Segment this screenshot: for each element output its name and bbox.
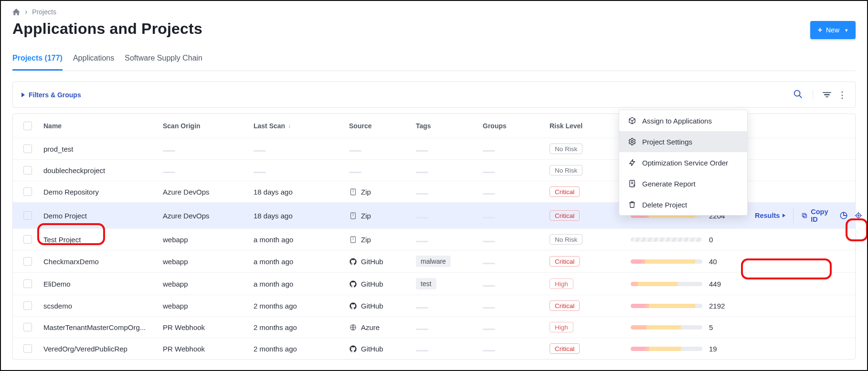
row-checkbox[interactable] bbox=[23, 344, 32, 353]
table-row[interactable]: MasterTenantMasterCompOrg...PR Webhook2 … bbox=[13, 316, 855, 338]
svg-rect-10 bbox=[804, 215, 807, 218]
vuln-cell: 2192 bbox=[627, 302, 751, 310]
new-button[interactable]: + New ▾ bbox=[810, 21, 856, 39]
name-cell[interactable]: VeredOrg/VeredPublicRep bbox=[40, 345, 159, 353]
menu-opt[interactable]: Optimization Service Order bbox=[619, 152, 747, 173]
breadcrumb: › Projects bbox=[12, 8, 856, 16]
row-checkbox[interactable] bbox=[23, 235, 32, 244]
origin-cell bbox=[159, 145, 250, 153]
name-cell[interactable]: Demo Project bbox=[40, 212, 159, 220]
table-row[interactable]: VeredOrg/VeredPublicRepPR Webhook2 month… bbox=[13, 338, 855, 359]
col-last-scan[interactable]: Last Scan ↓ bbox=[250, 122, 345, 130]
chevron-right-icon bbox=[783, 214, 785, 217]
col-name[interactable]: Name bbox=[40, 122, 159, 130]
risk-cell: Critical bbox=[546, 186, 627, 197]
source-cell: Zip bbox=[349, 188, 408, 196]
risk-cell: Critical bbox=[546, 300, 627, 311]
lastscan-cell: 2 months ago bbox=[250, 302, 345, 310]
search-icon[interactable] bbox=[793, 89, 803, 101]
name-cell[interactable]: MasterTenantMasterCompOrg... bbox=[40, 323, 159, 331]
lastscan-cell: 18 days ago bbox=[250, 212, 345, 220]
svg-line-1 bbox=[799, 95, 802, 98]
toolbar: ⋮ bbox=[793, 89, 847, 101]
row-checkbox[interactable] bbox=[23, 301, 32, 310]
tab-applications[interactable]: Applications bbox=[73, 49, 114, 71]
origin-cell: PR Webhook bbox=[159, 345, 250, 353]
svg-point-13 bbox=[858, 215, 859, 216]
col-risk[interactable]: Risk Level bbox=[546, 122, 627, 130]
breadcrumb-label[interactable]: Projects bbox=[32, 8, 56, 16]
name-cell[interactable]: scsdemo bbox=[40, 302, 159, 310]
tags-cell: malware bbox=[412, 256, 479, 267]
risk-cell: No Risk bbox=[546, 165, 627, 175]
table-row[interactable]: scsdemowebapp2 months agoGitHubCritical2… bbox=[13, 295, 855, 316]
col-origin[interactable]: Scan Origin bbox=[159, 122, 250, 130]
menu-settings[interactable]: Project Settings bbox=[619, 131, 747, 152]
name-cell[interactable]: Demo Repository bbox=[40, 188, 159, 196]
tags-cell bbox=[412, 302, 479, 310]
col-source[interactable]: Source bbox=[345, 122, 412, 130]
more-icon[interactable]: ⋮ bbox=[838, 90, 847, 100]
row-checkbox[interactable] bbox=[23, 323, 32, 331]
svg-point-19 bbox=[631, 141, 634, 143]
name-cell[interactable]: CheckmarxDemo bbox=[40, 258, 159, 266]
groups-cell bbox=[479, 345, 546, 353]
row-checkbox[interactable] bbox=[23, 187, 32, 196]
new-button-label: New bbox=[826, 26, 839, 34]
tabs: Projects (177) Applications Software Sup… bbox=[12, 49, 856, 71]
vuln-cell: 5 bbox=[627, 323, 751, 331]
row-checkbox[interactable] bbox=[23, 144, 32, 153]
menu-assign[interactable]: Assign to Applications bbox=[619, 110, 747, 131]
results-link[interactable]: Results bbox=[755, 212, 785, 219]
col-tags[interactable]: Tags bbox=[412, 122, 479, 130]
origin-cell: Azure DevOps bbox=[159, 188, 250, 196]
table-row[interactable]: Test Projectwebappa month agoZipNo Risk0 bbox=[13, 228, 855, 250]
copy-id-button[interactable]: Copy ID bbox=[793, 208, 833, 223]
menu-delete[interactable]: Delete Project bbox=[619, 194, 747, 215]
groups-cell bbox=[479, 145, 546, 153]
vuln-cell: 19 bbox=[627, 345, 751, 353]
menu-report[interactable]: Generate Report bbox=[619, 173, 747, 194]
table-row[interactable]: EliDemowebappa month agoGitHubtestHigh44… bbox=[13, 272, 855, 295]
row-checkbox[interactable] bbox=[23, 166, 32, 175]
groups-cell bbox=[479, 166, 546, 175]
origin-cell: webapp bbox=[159, 236, 250, 244]
filters-groups-toggle[interactable]: Filters & Groups bbox=[21, 91, 81, 99]
table-row[interactable]: CheckmarxDemowebappa month agoGitHubmalw… bbox=[13, 250, 855, 272]
chevron-down-icon: ▾ bbox=[845, 27, 848, 33]
tags-cell bbox=[412, 345, 479, 353]
risk-cell: High bbox=[546, 278, 627, 289]
tags-cell bbox=[412, 188, 479, 196]
tags-cell bbox=[412, 236, 479, 244]
row-checkbox[interactable] bbox=[23, 279, 32, 288]
name-cell[interactable]: Test Project bbox=[40, 236, 159, 244]
name-cell[interactable]: prod_test bbox=[40, 145, 159, 153]
tab-projects[interactable]: Projects (177) bbox=[12, 49, 63, 71]
page-title: Applications and Projects bbox=[12, 20, 856, 38]
source-cell: Zip bbox=[349, 236, 408, 244]
col-groups[interactable]: Groups bbox=[479, 122, 546, 130]
lastscan-cell: a month ago bbox=[250, 236, 345, 244]
name-cell[interactable]: doublecheckproject bbox=[40, 166, 159, 175]
select-all-checkbox[interactable] bbox=[23, 122, 32, 130]
groups-cell bbox=[479, 323, 546, 331]
name-cell[interactable]: EliDemo bbox=[40, 280, 159, 288]
risk-cell: No Risk bbox=[546, 144, 627, 154]
row-checkbox[interactable] bbox=[23, 211, 32, 220]
projects-table: Name Scan Origin Last Scan ↓ Source Tags… bbox=[12, 113, 856, 360]
vuln-cell: 449 bbox=[627, 280, 751, 288]
scan-icon[interactable] bbox=[854, 210, 863, 221]
lastscan-cell bbox=[250, 166, 345, 175]
filter-icon[interactable] bbox=[823, 92, 831, 98]
tab-ssc[interactable]: Software Supply Chain bbox=[125, 49, 202, 71]
plus-icon: + bbox=[818, 26, 822, 34]
home-icon[interactable] bbox=[12, 9, 20, 15]
origin-cell: webapp bbox=[159, 280, 250, 288]
vuln-cell: 0 bbox=[627, 236, 751, 244]
row-checkbox[interactable] bbox=[23, 257, 32, 266]
origin-cell: webapp bbox=[159, 258, 250, 266]
lastscan-cell: 18 days ago bbox=[250, 188, 345, 196]
sort-desc-icon: ↓ bbox=[288, 123, 291, 129]
chart-icon[interactable] bbox=[839, 210, 848, 221]
tags-cell bbox=[412, 323, 479, 331]
